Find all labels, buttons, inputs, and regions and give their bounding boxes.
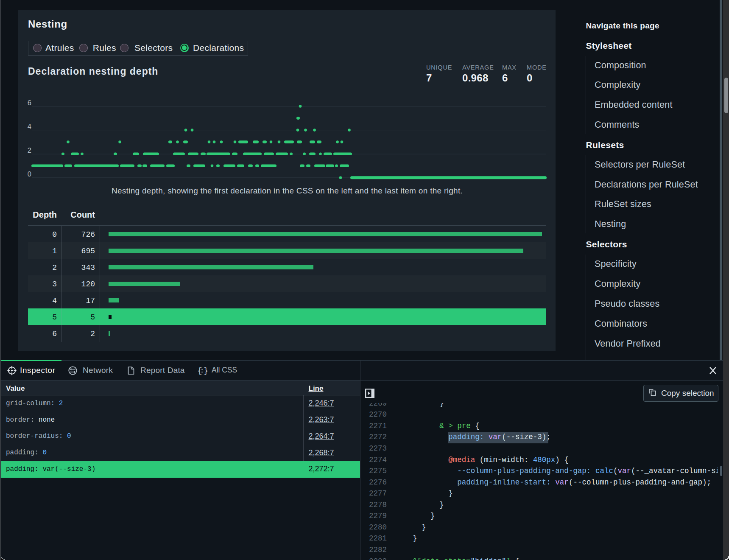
svg-text:6: 6 <box>28 99 31 106</box>
svg-text:0: 0 <box>28 170 31 178</box>
svg-text:4: 4 <box>28 123 31 130</box>
svg-text:{}: {} <box>197 366 209 376</box>
svg-text:2: 2 <box>28 146 31 154</box>
